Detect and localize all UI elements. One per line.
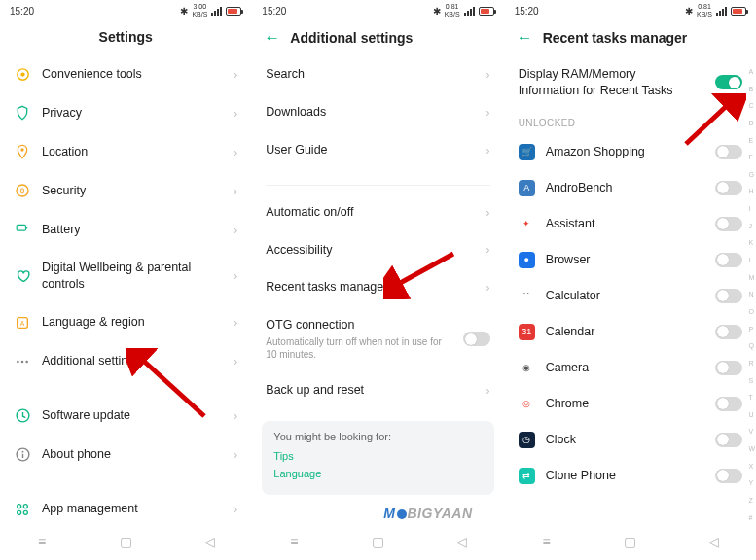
app-label: Amazon Shopping bbox=[546, 144, 704, 160]
app-lock-toggle[interactable] bbox=[715, 469, 742, 483]
item-additional-settings[interactable]: Additional settings › bbox=[0, 342, 251, 381]
home-icon[interactable]: ▢ bbox=[369, 533, 386, 550]
app-row[interactable]: ✦Assistant bbox=[505, 206, 756, 242]
bluetooth-icon: ✱ bbox=[685, 6, 693, 17]
svg-point-2 bbox=[20, 148, 23, 151]
item-software-update[interactable]: Software update › bbox=[0, 397, 251, 436]
item-recent-tasks[interactable]: Recent tasks manager› bbox=[252, 268, 503, 306]
hint-tips[interactable]: Tips bbox=[273, 450, 482, 462]
item-otg[interactable]: OTG connectionAutomatically turn off whe… bbox=[252, 306, 503, 371]
item-search[interactable]: Search› bbox=[252, 55, 503, 93]
item-convenience-tools[interactable]: Convenience tools › bbox=[0, 54, 251, 93]
app-lock-toggle[interactable] bbox=[715, 361, 742, 375]
app-row[interactable]: AAndroBench bbox=[505, 170, 756, 206]
svg-point-14 bbox=[21, 451, 23, 453]
item-app-management[interactable]: App management › bbox=[0, 490, 251, 529]
app-row[interactable]: 31Calendar bbox=[505, 314, 756, 350]
app-icon: 🛒 bbox=[519, 144, 535, 160]
chevron-right-icon: › bbox=[234, 145, 237, 159]
app-row[interactable]: 🛒Amazon Shopping bbox=[505, 134, 756, 170]
item-downloads[interactable]: Downloads› bbox=[252, 93, 503, 131]
signal-icon bbox=[211, 7, 222, 16]
page-title: Settings bbox=[99, 29, 153, 45]
item-location[interactable]: Location › bbox=[0, 132, 251, 171]
app-label: Calculator bbox=[546, 288, 704, 304]
item-privacy[interactable]: Privacy › bbox=[0, 93, 251, 132]
item-digital-wellbeing[interactable]: Digital Wellbeing & parental controls › bbox=[0, 249, 251, 303]
signal-icon bbox=[464, 7, 475, 16]
update-icon bbox=[14, 407, 31, 425]
item-auto-onoff[interactable]: Automatic on/off› bbox=[252, 193, 503, 231]
chevron-right-icon: › bbox=[234, 502, 237, 516]
app-lock-toggle[interactable] bbox=[715, 289, 742, 303]
app-row[interactable]: ∷Calculator bbox=[505, 278, 756, 314]
page-title: Recent tasks manager bbox=[543, 30, 688, 46]
chevron-right-icon: › bbox=[486, 280, 489, 295]
app-row[interactable]: ◷Clock bbox=[505, 422, 756, 458]
back-nav-icon[interactable]: ◁ bbox=[200, 533, 218, 550]
back-icon[interactable]: ← bbox=[517, 29, 533, 46]
item-accessibility[interactable]: Accessibility› bbox=[252, 231, 503, 269]
info-icon bbox=[14, 446, 31, 464]
chevron-right-icon: › bbox=[486, 143, 489, 158]
recents-icon[interactable]: ≡ bbox=[33, 533, 51, 550]
battery-icon bbox=[226, 7, 241, 16]
app-label: Browser bbox=[546, 252, 704, 268]
svg-point-11 bbox=[25, 360, 28, 363]
chevron-right-icon: › bbox=[486, 67, 489, 82]
data-speed: 0.81KB/S bbox=[445, 3, 460, 18]
ram-toggle-row[interactable]: Display RAM/Memory Information for Recen… bbox=[505, 55, 756, 110]
app-icon: ✦ bbox=[519, 216, 535, 232]
app-row[interactable]: ●Browser bbox=[505, 242, 756, 278]
app-lock-toggle[interactable] bbox=[715, 181, 742, 195]
app-lock-toggle[interactable] bbox=[715, 325, 742, 339]
data-speed: 3.00KB/S bbox=[192, 3, 207, 18]
status-bar: 15:20 ✱ 0.81KB/S bbox=[505, 0, 756, 21]
app-label: Calendar bbox=[546, 324, 704, 340]
home-icon[interactable]: ▢ bbox=[622, 533, 639, 550]
svg-point-10 bbox=[21, 360, 24, 363]
page-header: ← Additional settings bbox=[252, 21, 503, 55]
alphabet-index[interactable]: ABCDEFGHIJKLMNOPQRSTUVWXYZ# bbox=[748, 68, 755, 521]
app-lock-toggle[interactable] bbox=[715, 397, 742, 411]
recents-icon[interactable]: ≡ bbox=[538, 533, 556, 550]
status-bar: 15:20 ✱ 0.81KB/S bbox=[252, 0, 503, 21]
app-lock-toggle[interactable] bbox=[715, 253, 742, 267]
ram-toggle[interactable] bbox=[715, 75, 742, 89]
app-row[interactable]: ◎Chrome bbox=[505, 386, 756, 422]
app-lock-toggle[interactable] bbox=[715, 433, 742, 447]
app-row[interactable]: ⇄Clone Phone bbox=[505, 458, 756, 494]
otg-toggle[interactable] bbox=[463, 332, 490, 346]
location-icon bbox=[14, 143, 31, 160]
nav-bar: ≡ ▢ ◁ bbox=[505, 527, 756, 556]
app-lock-toggle[interactable] bbox=[715, 145, 742, 159]
item-user-guide[interactable]: User Guide› bbox=[252, 131, 503, 169]
security-icon bbox=[14, 182, 31, 199]
battery-setting-icon bbox=[14, 221, 31, 238]
chevron-right-icon: › bbox=[234, 408, 237, 423]
item-backup[interactable]: Back up and reset› bbox=[252, 371, 503, 409]
item-battery[interactable]: Battery › bbox=[0, 210, 251, 249]
chevron-right-icon: › bbox=[234, 268, 237, 283]
hint-language[interactable]: Language bbox=[273, 468, 482, 479]
back-nav-icon[interactable]: ◁ bbox=[705, 533, 723, 550]
chevron-right-icon: › bbox=[234, 447, 237, 462]
unlocked-label: UNLOCKED bbox=[505, 110, 756, 134]
recents-icon[interactable]: ≡ bbox=[285, 533, 303, 550]
back-nav-icon[interactable]: ◁ bbox=[453, 533, 471, 550]
additional-settings-screen: 15:20 ✱ 0.81KB/S ← Additional settings S… bbox=[252, 0, 504, 560]
home-icon[interactable]: ▢ bbox=[117, 533, 134, 550]
app-label: Clone Phone bbox=[546, 468, 704, 484]
svg-text:A: A bbox=[20, 319, 25, 326]
data-speed: 0.81KB/S bbox=[697, 3, 712, 18]
app-icon: ◷ bbox=[519, 432, 535, 448]
back-icon[interactable]: ← bbox=[264, 29, 280, 46]
item-security[interactable]: Security › bbox=[0, 171, 251, 210]
page-header: Settings bbox=[0, 21, 251, 54]
svg-rect-15 bbox=[21, 454, 22, 458]
app-lock-toggle[interactable] bbox=[715, 217, 742, 231]
app-row[interactable]: ◉Camera bbox=[505, 350, 756, 386]
item-about[interactable]: About phone › bbox=[0, 436, 251, 474]
app-label: Assistant bbox=[546, 216, 704, 232]
item-language[interactable]: A Language & region › bbox=[0, 303, 251, 342]
